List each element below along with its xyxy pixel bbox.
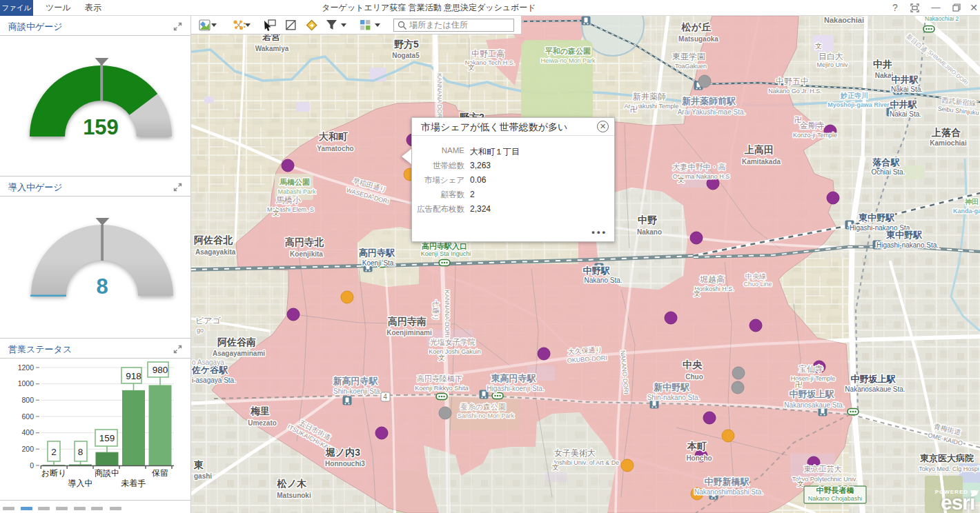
- svg-text:Koenji Sta.: Koenji Sta.: [362, 259, 395, 267]
- svg-text:文: 文: [273, 209, 280, 217]
- svg-text:Higashi-nakano Sta.: Higashi-nakano Sta.: [876, 241, 939, 249]
- svg-text:宝仙寺: 宝仙寺: [798, 364, 823, 374]
- svg-text:gashi: gashi: [194, 472, 212, 480]
- svg-text:文: 文: [468, 63, 475, 71]
- svg-text:Ochiai Sta.: Ochiai Sta.: [872, 168, 905, 176]
- svg-text:Matsunoki: Matsunoki: [277, 492, 311, 499]
- svg-text:東中野駅: 東中野駅: [885, 230, 923, 240]
- svg-text:esri: esri: [941, 491, 974, 513]
- svg-text:600: 600: [21, 412, 34, 421]
- svg-text:中野駅: 中野駅: [583, 265, 611, 276]
- svg-text:大和町: 大和町: [319, 131, 348, 142]
- svg-text:Asagayaminami: Asagayaminami: [213, 350, 265, 357]
- svg-text:Nakai Sta.: Nakai Sta.: [891, 86, 923, 93]
- svg-text:新高円寺駅: 新高円寺駅: [333, 376, 379, 386]
- svg-text:Nakanosakaue Sta.: Nakanosakaue Sta.: [845, 385, 905, 393]
- svg-text:卍: 卍: [630, 105, 637, 113]
- svg-text:目白大: 目白大: [819, 52, 843, 61]
- svg-text:堀越高: 堀越高: [700, 274, 725, 284]
- svg-text:918: 918: [126, 371, 141, 381]
- svg-text:980: 980: [153, 365, 168, 375]
- svg-text:野方5: 野方5: [394, 39, 419, 50]
- svg-text:Honnouchi3: Honnouchi3: [325, 460, 365, 467]
- svg-text:東中野駅: 東中野駅: [858, 212, 895, 223]
- svg-text:中野工高: 中野工高: [471, 49, 504, 59]
- svg-text:Kamiochiai: Kamiochiai: [930, 139, 967, 147]
- svg-text:Shin-koenji Sta.: Shin-koenji Sta.: [333, 388, 382, 395]
- svg-text:導入中: 導入中: [68, 479, 93, 488]
- svg-text:保留: 保留: [152, 468, 168, 478]
- svg-text:Sanshi-no-Mori Park: Sanshi-no-Mori Park: [458, 412, 515, 419]
- svg-text:馬橋公園: 馬橋公園: [279, 178, 310, 186]
- svg-text:1000: 1000: [18, 379, 35, 388]
- svg-text:阿佐谷南: 阿佐谷南: [217, 336, 256, 348]
- svg-text:東京医大病院: 東京医大病院: [919, 453, 974, 463]
- svg-text:未着手: 未着手: [121, 479, 146, 488]
- svg-text:東亜学園: 東亜学園: [672, 52, 705, 61]
- svg-text:馬橋小: 馬橋小: [275, 195, 301, 205]
- svg-text:中井駅: 中井駅: [890, 99, 918, 110]
- svg-text:Matsugaoka: Matsugaoka: [678, 35, 718, 43]
- svg-text:Joshibi Univ. of Art & De: Joshibi Univ. of Art & De: [553, 459, 619, 466]
- svg-text:Honcho: Honcho: [686, 454, 712, 462]
- svg-text:女子美術大: 女子美術大: [554, 448, 596, 458]
- svg-text:4: 4: [383, 393, 387, 401]
- svg-text:Nakanoshimbashi Sta.: Nakanoshimbashi Sta.: [694, 488, 763, 496]
- svg-text:Wakamiya: Wakamiya: [255, 45, 289, 52]
- svg-text:ピアゴ: ピアゴ: [195, 316, 222, 325]
- svg-text:高円寺駅: 高円寺駅: [359, 248, 395, 258]
- svg-text:KANNANA DORI: KANNANA DORI: [436, 73, 443, 120]
- svg-text:文: 文: [797, 480, 804, 487]
- svg-text:Nakai Sta.: Nakai Sta.: [890, 110, 921, 118]
- svg-text:go: go: [197, 327, 204, 334]
- svg-text:Yamatocho: Yamatocho: [317, 145, 353, 152]
- svg-text:新井薬師: 新井薬師: [633, 92, 666, 101]
- svg-text:阿佐谷北: 阿佐谷北: [194, 234, 233, 245]
- svg-text:Koen Joshi Gakuin: Koen Joshi Gakuin: [429, 348, 481, 355]
- svg-text:Nakano Sta.: Nakano Sta.: [584, 276, 622, 284]
- svg-text:Arai Yakushi-mae Sta.: Arai Yakushi-mae Sta.: [678, 108, 746, 116]
- svg-text:Konzo-ji Temple: Konzo-ji Temple: [793, 132, 837, 139]
- svg-text:堀ノ内3: 堀ノ内3: [325, 447, 360, 458]
- svg-text:中野新橋駅: 中野新橋駅: [705, 476, 750, 487]
- svg-text:落合駅: 落合駅: [872, 157, 901, 168]
- svg-text:神田: 神田: [964, 198, 979, 205]
- svg-text:Umezato: Umezato: [248, 419, 277, 427]
- svg-text:Tokyo Med. Clg Hospi: Tokyo Med. Clg Hospi: [919, 465, 979, 472]
- svg-text:松が丘: 松が丘: [681, 21, 711, 32]
- svg-text:中井: 中井: [873, 59, 892, 70]
- svg-text:Nakano Chojabashi: Nakano Chojabashi: [808, 495, 863, 502]
- svg-text:中野: 中野: [638, 214, 657, 225]
- svg-text:中野五中: 中野五中: [776, 77, 809, 86]
- svg-text:中央: 中央: [683, 359, 703, 370]
- svg-text:Heiwa-no Mori Park: Heiwa-no Mori Park: [540, 57, 596, 64]
- svg-text:400: 400: [21, 428, 34, 436]
- svg-text:中野坂上駅: 中野坂上駅: [790, 389, 835, 399]
- svg-text:上高田: 上高田: [744, 144, 774, 155]
- svg-text:東高円寺駅: 東高円寺駅: [491, 373, 537, 383]
- svg-text:Nakano: Nakano: [637, 228, 662, 236]
- svg-text:0: 0: [30, 461, 34, 470]
- svg-text:Chuo Line: Chuo Line: [743, 281, 772, 288]
- svg-text:卍: 卍: [794, 116, 801, 123]
- svg-text:Koenjiminami: Koenjiminami: [386, 329, 432, 336]
- svg-text:Mejiro Univ: Mejiro Univ: [816, 61, 848, 68]
- svg-text:文: 文: [694, 290, 700, 297]
- svg-text:高円寺南: 高円寺南: [388, 316, 427, 327]
- svg-text:妙正寺川: 妙正寺川: [840, 92, 868, 99]
- svg-text:Higashi-koenji Sta.: Higashi-koenji Sta.: [487, 385, 544, 392]
- svg-text:高円寺北: 高円寺北: [285, 237, 324, 248]
- svg-text:Nogata5: Nogata5: [392, 52, 420, 59]
- svg-text:Myoshoji-gawa River: Myoshoji-gawa River: [827, 101, 890, 108]
- svg-text:Shin-nakano Sta.: Shin-nakano Sta.: [647, 394, 700, 401]
- svg-text:Asagayakita: Asagayakita: [195, 248, 236, 256]
- svg-text:Nakaochiai 2: Nakaochiai 2: [925, 16, 959, 22]
- svg-text:蚕糸の森公園: 蚕糸の森公園: [460, 403, 506, 411]
- svg-text:Mabashi Park: Mabashi Park: [277, 188, 316, 195]
- svg-text:800: 800: [21, 396, 34, 404]
- svg-text:i-asagaya Sta.: i-asagaya Sta.: [192, 376, 236, 384]
- svg-text:梅里: 梅里: [250, 405, 270, 416]
- svg-text:松ノ木: 松ノ木: [277, 478, 306, 489]
- svg-text:ToaGakuen: ToaGakuen: [675, 63, 707, 70]
- svg-text:新中野駅: 新中野駅: [653, 382, 690, 392]
